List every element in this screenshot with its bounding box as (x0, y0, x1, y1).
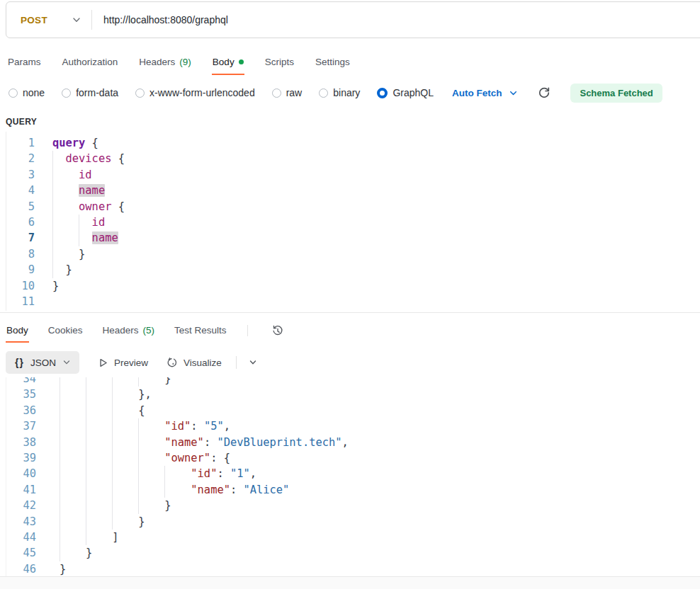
radio-icon (62, 88, 71, 98)
token-pun: { (85, 137, 98, 149)
indent-guide (86, 530, 86, 545)
indent-guide (52, 151, 53, 166)
code-line: 7 name (6, 230, 700, 246)
code-line: 10} (6, 278, 700, 294)
response-body-viewer[interactable]: 34 }35 },36 {37 "id": "5",38 "name": "De… (6, 377, 700, 576)
token-fld: id (92, 216, 106, 229)
preview-button[interactable]: Preview (98, 358, 148, 368)
chevron-down-icon (72, 15, 81, 25)
tab-label: Scripts (265, 57, 294, 67)
code-line: 38 "name": "DevBlueprint.tech", (6, 435, 700, 450)
request-tab-body[interactable]: Body (212, 50, 244, 75)
line-number: 40 (6, 466, 36, 481)
visualize-options-chevron[interactable] (247, 356, 259, 369)
indent-guide (86, 514, 86, 530)
refresh-schema-button[interactable] (536, 85, 552, 101)
indent-guide (86, 418, 86, 434)
visualize-button[interactable]: Visualize (166, 357, 222, 368)
tab-label: Headers (103, 325, 139, 336)
line-number: 42 (6, 498, 36, 513)
indent-guide (52, 246, 53, 262)
braces-icon: {} (15, 357, 24, 368)
code-line: 35 }, (6, 387, 700, 402)
body-mode-none[interactable]: none (9, 87, 45, 98)
response-history-button[interactable] (269, 323, 286, 339)
request-tab-settings[interactable]: Settings (315, 50, 351, 75)
indent-guide (86, 435, 86, 450)
indent-guide (86, 482, 86, 498)
token-str: "5" (204, 420, 224, 433)
body-mode-label: raw (286, 87, 303, 98)
body-mode-raw[interactable]: raw (272, 87, 303, 98)
indent-guide (112, 498, 113, 513)
code-line-content: } (60, 561, 66, 576)
indent-guide (112, 377, 113, 387)
code-line-content: name (52, 230, 118, 246)
chevron-down-icon (509, 88, 518, 98)
indent-guide (138, 482, 139, 498)
code-line-content: { (60, 403, 145, 418)
indent-guide (112, 418, 113, 434)
indent-guide (138, 466, 139, 481)
body-mode-graphql[interactable]: GraphQL (377, 87, 434, 98)
token-fld: devices (66, 152, 112, 165)
code-line: 11 (6, 294, 700, 309)
method-selector[interactable]: POST (6, 2, 91, 38)
token-pun: { (111, 200, 125, 213)
indent-guide (60, 403, 60, 418)
token-key: "id" (191, 467, 217, 480)
indent-guide (86, 466, 86, 481)
indent-guide (52, 183, 53, 198)
body-mode-binary[interactable]: binary (319, 87, 360, 98)
token-pun: { (111, 152, 125, 165)
token-pun: , (341, 436, 348, 449)
response-tab-headers[interactable]: Headers(5) (102, 319, 156, 343)
token-pun: } (79, 248, 85, 261)
url-input[interactable]: http://localhost:8080/graphql (103, 14, 228, 25)
response-tab-cookies[interactable]: Cookies (47, 319, 84, 343)
code-line-content: id (52, 215, 105, 230)
code-line-content: } (60, 377, 171, 387)
tab-label: Test Results (174, 325, 227, 336)
code-line-content: query { (52, 135, 98, 151)
code-line-content: "owner": { (60, 450, 230, 466)
indent-guide (112, 466, 113, 481)
response-toolbar: {} JSON Preview Visualize (6, 351, 259, 374)
response-tab-test-results[interactable]: Test Results (174, 319, 227, 343)
indent-guide (86, 498, 86, 513)
auto-fetch-dropdown[interactable]: Auto Fetch (452, 88, 519, 98)
indent-guide (112, 435, 113, 450)
response-tab-body[interactable]: Body (6, 319, 29, 343)
indent-guide (164, 482, 165, 498)
indent-guide (112, 450, 113, 466)
code-line-content: "name": "DevBlueprint.tech", (60, 435, 349, 450)
graphql-query-editor[interactable]: 1query {2 devices {3 id4 name5 owner {6 … (6, 132, 700, 311)
line-number: 44 (6, 530, 36, 545)
body-mode-x-www-form-urlencoded[interactable]: x-www-form-urlencoded (135, 87, 255, 98)
line-number: 35 (6, 387, 36, 402)
body-mode-form-data[interactable]: form-data (62, 87, 118, 98)
play-outline-icon (98, 358, 108, 368)
line-number: 38 (6, 435, 36, 450)
indent-guide (52, 215, 53, 230)
line-number: 34 (6, 377, 36, 387)
indent-guide (60, 450, 60, 466)
request-tab-scripts[interactable]: Scripts (264, 50, 295, 75)
indent-guide (52, 230, 53, 246)
indent-guide (86, 377, 86, 387)
code-line: 4 name (6, 183, 700, 198)
line-number: 11 (6, 294, 35, 309)
token-kw: query (52, 137, 85, 149)
code-line: 3 id (6, 167, 700, 183)
response-format-label: JSON (30, 358, 56, 368)
request-tab-authorization[interactable]: Authorization (62, 50, 119, 75)
response-format-selector[interactable]: {} JSON (6, 351, 79, 374)
tab-label: Authorization (62, 57, 118, 67)
indent-guide (112, 403, 113, 418)
request-tab-params[interactable]: Params (7, 50, 42, 75)
radio-icon (319, 88, 328, 98)
indent-guide (86, 450, 86, 466)
tab-count-badge: (9) (179, 57, 191, 67)
indent-guide (60, 498, 60, 513)
request-tab-headers[interactable]: Headers(9) (138, 50, 192, 75)
